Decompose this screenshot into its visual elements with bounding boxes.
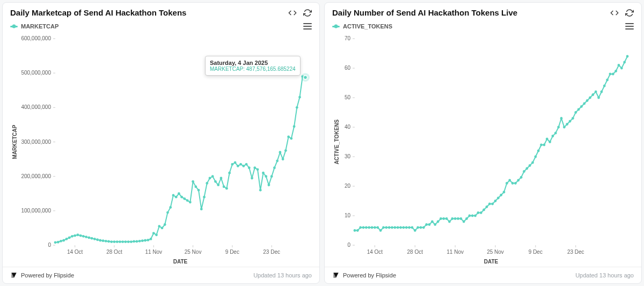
svg-point-182 — [445, 217, 448, 220]
svg-point-169 — [408, 226, 411, 229]
svg-point-240 — [612, 73, 614, 76]
svg-point-53 — [124, 240, 127, 243]
refresh-icon[interactable] — [625, 9, 634, 17]
svg-point-193 — [477, 211, 480, 214]
svg-point-52 — [121, 240, 124, 243]
svg-point-173 — [420, 226, 422, 229]
svg-point-174 — [422, 226, 425, 229]
svg-point-49 — [113, 240, 116, 243]
svg-point-104 — [268, 184, 270, 186]
legend-item[interactable]: ACTIVE_TOKENS — [332, 23, 392, 30]
svg-point-184 — [451, 217, 453, 220]
svg-point-162 — [388, 226, 391, 229]
svg-text:23 Dec: 23 Dec — [567, 249, 584, 255]
svg-point-218 — [548, 141, 551, 143]
svg-point-216 — [543, 144, 546, 146]
svg-point-231 — [586, 99, 589, 102]
svg-point-64 — [155, 233, 158, 236]
svg-point-227 — [574, 111, 577, 114]
svg-point-33 — [68, 236, 71, 239]
svg-point-74 — [183, 197, 186, 200]
svg-point-198 — [491, 203, 494, 206]
chart-menu-icon[interactable] — [303, 21, 312, 31]
svg-point-50 — [116, 240, 119, 243]
svg-point-72 — [178, 192, 180, 195]
line-chart-tokens[interactable]: 01020304050607014 Oct28 Oct11 Nov25 Nov9… — [331, 33, 635, 267]
svg-point-62 — [150, 238, 152, 240]
footer-branding[interactable]: Powered by Flipside — [332, 272, 396, 279]
svg-point-226 — [572, 117, 574, 120]
chart-menu-icon[interactable] — [625, 21, 634, 31]
svg-point-152 — [359, 226, 362, 229]
svg-point-95 — [242, 165, 245, 167]
svg-point-41 — [91, 237, 93, 240]
svg-point-221 — [557, 126, 560, 129]
svg-point-242 — [618, 64, 620, 67]
svg-point-150 — [354, 229, 356, 232]
legend-swatch-icon — [10, 26, 18, 27]
svg-point-219 — [552, 135, 554, 137]
svg-point-201 — [500, 194, 502, 196]
svg-point-36 — [76, 233, 79, 236]
svg-point-59 — [141, 239, 144, 242]
legend-item[interactable]: MARKETCAP — [10, 23, 58, 30]
svg-point-243 — [620, 67, 623, 70]
svg-point-97 — [248, 166, 251, 169]
svg-text:70: 70 — [345, 35, 351, 41]
svg-point-76 — [189, 201, 192, 203]
svg-point-106 — [273, 166, 276, 169]
svg-text:300,000,000: 300,000,000 — [21, 139, 51, 145]
svg-point-60 — [144, 239, 147, 242]
refresh-icon[interactable] — [303, 9, 312, 17]
line-chart-marketcap[interactable]: 0100,000,000200,000,000300,000,000400,00… — [9, 33, 313, 267]
code-icon[interactable] — [610, 9, 619, 17]
svg-point-181 — [442, 217, 445, 220]
svg-point-71 — [175, 196, 178, 199]
powered-by-text: Powered by Flipside — [21, 272, 74, 278]
svg-point-235 — [597, 97, 600, 99]
panel-footer: Powered by Flipside Updated 13 hours ago — [325, 267, 641, 283]
svg-point-180 — [440, 217, 442, 220]
svg-point-189 — [465, 217, 468, 220]
svg-point-179 — [437, 221, 440, 223]
svg-text:25 Nov: 25 Nov — [185, 249, 202, 255]
svg-text:MARKETCAP: MARKETCAP — [12, 124, 18, 159]
svg-point-81 — [203, 196, 206, 199]
svg-point-54 — [127, 240, 130, 243]
svg-point-166 — [399, 226, 402, 229]
svg-point-105 — [270, 175, 273, 178]
svg-point-236 — [600, 91, 603, 93]
svg-point-80 — [200, 208, 203, 210]
svg-point-156 — [371, 226, 374, 229]
svg-point-96 — [245, 163, 248, 166]
svg-point-185 — [454, 217, 457, 220]
code-icon[interactable] — [288, 9, 297, 17]
svg-point-213 — [534, 156, 537, 158]
svg-point-32 — [65, 238, 68, 240]
svg-point-232 — [589, 97, 591, 99]
footer-branding[interactable]: Powered by Flipside — [10, 272, 74, 279]
svg-point-154 — [365, 226, 368, 229]
svg-point-163 — [391, 226, 393, 229]
svg-point-200 — [497, 197, 500, 200]
svg-point-82 — [206, 182, 208, 185]
svg-text:20: 20 — [345, 183, 351, 189]
svg-point-68 — [166, 211, 169, 214]
panel-actions — [288, 9, 312, 17]
svg-text:200,000,000: 200,000,000 — [21, 173, 51, 179]
legend-swatch-icon — [332, 26, 340, 27]
svg-point-78 — [194, 186, 197, 188]
svg-point-113 — [293, 125, 296, 128]
svg-point-87 — [220, 177, 223, 179]
panel-title: Daily Number of Send AI Hackathon Tokens… — [332, 8, 517, 17]
svg-text:40: 40 — [345, 124, 351, 130]
svg-point-208 — [520, 176, 523, 179]
svg-point-151 — [356, 229, 359, 232]
legend-row: MARKETCAP — [3, 19, 319, 31]
svg-point-164 — [393, 226, 396, 229]
svg-point-119 — [304, 76, 308, 79]
svg-text:0: 0 — [347, 242, 350, 248]
panel-header: Daily Number of Send AI Hackathon Tokens… — [325, 3, 641, 19]
svg-point-35 — [74, 234, 76, 237]
panel-actions — [610, 9, 634, 17]
